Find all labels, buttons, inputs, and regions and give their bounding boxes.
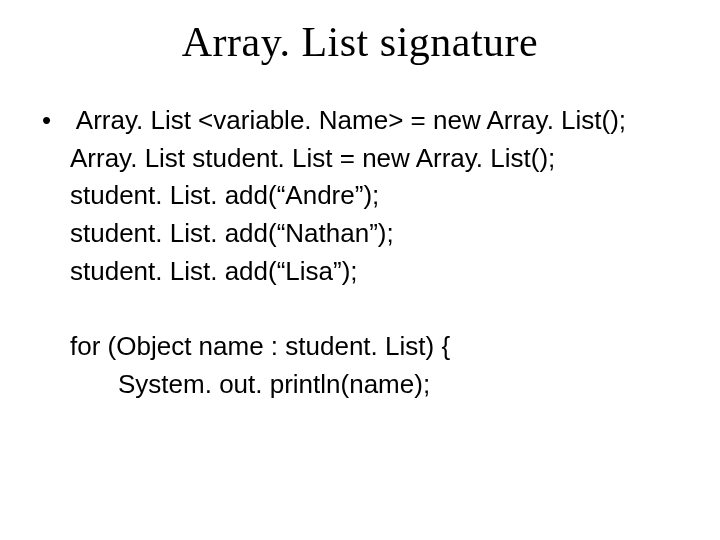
bullet-item: • Array. List <variable. Name> = new Arr… [40, 102, 680, 404]
slide: Array. List signature • Array. List <var… [0, 0, 720, 540]
bullet-content: Array. List <variable. Name> = new Array… [70, 102, 680, 404]
code-line: Array. List student. List = new Array. L… [70, 140, 680, 178]
code-line: student. List. add(“Nathan”); [70, 215, 680, 253]
code-line: student. List. add(“Andre”); [70, 177, 680, 215]
bullet-glyph: • [40, 102, 70, 140]
blank-line [70, 290, 680, 328]
code-line: student. List. add(“Lisa”); [70, 253, 680, 291]
slide-title: Array. List signature [40, 18, 680, 66]
code-line: for (Object name : student. List) { [70, 328, 680, 366]
slide-body: • Array. List <variable. Name> = new Arr… [40, 102, 680, 404]
code-line: Array. List <variable. Name> = new Array… [70, 102, 680, 140]
code-line: System. out. println(name); [70, 366, 680, 404]
